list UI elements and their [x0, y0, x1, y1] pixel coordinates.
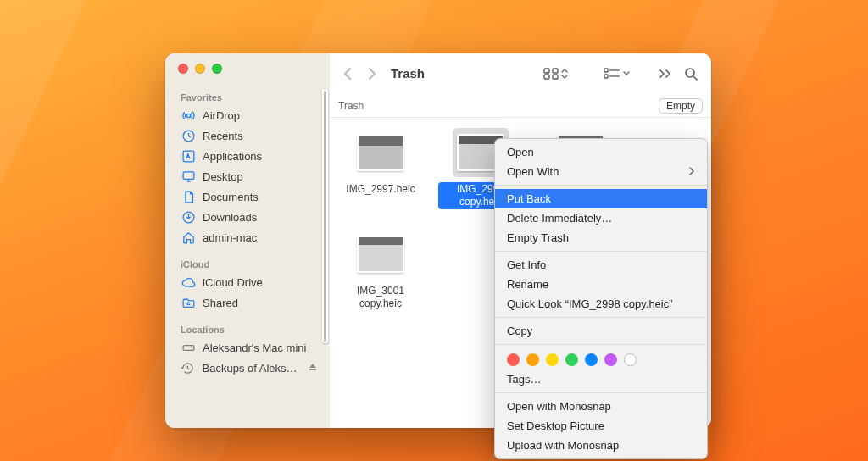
back-button[interactable]: [338, 62, 357, 86]
svg-rect-11: [553, 75, 558, 79]
context-menu-item[interactable]: Rename: [495, 275, 707, 294]
file-item[interactable]: IMG_2997.heic: [338, 128, 423, 209]
context-menu-item[interactable]: Put Back: [495, 189, 707, 208]
scrollbar-thumb[interactable]: [322, 89, 328, 343]
zoom-icon[interactable]: [212, 64, 222, 74]
window-controls: [165, 53, 330, 82]
tag-color-dot[interactable]: [526, 353, 539, 366]
context-menu-separator: [495, 344, 707, 345]
context-menu-item[interactable]: Upload with Monosnap: [495, 436, 707, 455]
sidebar-item[interactable]: admin-mac: [165, 227, 330, 247]
recents-icon: [181, 128, 196, 143]
context-menu-item-label: Empty Trash: [507, 231, 569, 244]
sidebar-section-header: iCloud: [165, 256, 330, 272]
context-menu-separator: [495, 185, 707, 186]
toolbar: Trash: [330, 53, 711, 94]
tag-color-dot[interactable]: [546, 353, 559, 366]
applications-icon: [181, 148, 196, 164]
context-menu-item-label: Put Back: [507, 192, 551, 205]
context-menu-item-label: Upload with Monosnap: [507, 439, 619, 452]
view-icons-button[interactable]: [540, 64, 571, 83]
icloud-drive-icon: [181, 275, 196, 290]
sidebar-item[interactable]: AirDrop: [165, 105, 330, 125]
search-button[interactable]: [681, 64, 701, 84]
sidebar-item-label: Shared: [203, 297, 238, 309]
context-menu-item[interactable]: Set Desktop Picture: [495, 416, 707, 436]
empty-trash-button[interactable]: Empty: [659, 98, 703, 114]
context-menu-item[interactable]: Get Info: [495, 255, 707, 275]
context-menu-separator: [495, 251, 707, 252]
desktop-icon: [181, 169, 196, 184]
context-menu-separator: [495, 317, 707, 318]
sidebar-item-label: Applications: [203, 150, 262, 163]
context-menu-item[interactable]: Tags…: [495, 369, 707, 389]
svg-line-17: [693, 76, 697, 80]
sidebar-item[interactable]: Documents: [165, 186, 330, 207]
context-menu-item[interactable]: Open: [495, 142, 707, 162]
tag-color-dot[interactable]: [604, 353, 617, 366]
documents-icon: [181, 189, 196, 204]
sidebar-item[interactable]: Recents: [165, 125, 330, 146]
sidebar-item[interactable]: Downloads: [165, 207, 330, 227]
context-menu-item[interactable]: Open with Monosnap: [495, 397, 707, 416]
svg-rect-14: [604, 75, 608, 78]
sidebar-section-header: Locations: [165, 321, 330, 337]
close-icon[interactable]: [178, 64, 188, 74]
context-menu-tags-row: [495, 348, 707, 369]
sidebar-item-label: Documents: [203, 191, 259, 203]
tag-color-dot[interactable]: [585, 353, 598, 366]
sidebar-item-label: iCloud Drive: [203, 276, 263, 289]
tag-color-dot[interactable]: [565, 353, 578, 366]
sidebar-item[interactable]: Shared: [165, 292, 330, 313]
context-menu-item[interactable]: Open With: [495, 162, 707, 181]
sidebar-item[interactable]: Applications: [165, 146, 330, 166]
sidebar-item[interactable]: iCloud Drive: [165, 272, 330, 292]
eject-icon[interactable]: [308, 362, 318, 375]
sidebar: Favorites AirDrop Recents Applications D…: [165, 53, 330, 428]
window-title: Trash: [391, 66, 425, 81]
path-bar: Trash Empty: [330, 94, 711, 118]
svg-rect-7: [309, 369, 316, 370]
context-menu-item[interactable]: Empty Trash: [495, 228, 707, 247]
context-menu-item[interactable]: Delete Immediately…: [495, 208, 707, 228]
svg-rect-8: [544, 69, 549, 73]
breadcrumb[interactable]: Trash: [338, 100, 364, 112]
context-menu-item[interactable]: Quick Look “IMG_2998 copy.heic”: [495, 294, 707, 314]
chevron-expand-icon: [561, 69, 568, 79]
tag-color-none[interactable]: [624, 353, 637, 366]
svg-point-0: [186, 114, 190, 117]
context-menu-item-label: Get Info: [507, 258, 546, 271]
context-menu-item-label: Quick Look “IMG_2998 copy.heic”: [507, 297, 673, 310]
svg-rect-12: [604, 69, 608, 72]
context-menu-separator: [495, 392, 707, 393]
forward-button[interactable]: [362, 62, 381, 86]
sidebar-item-label: Aleksandr's Mac mini: [203, 342, 306, 354]
svg-rect-3: [183, 171, 194, 179]
sidebar-item[interactable]: Desktop: [165, 166, 330, 186]
home-icon: [181, 230, 196, 245]
file-thumbnail-wrap: [353, 230, 409, 279]
context-menu-item-label: Open With: [507, 165, 559, 178]
group-by-button[interactable]: [600, 64, 633, 83]
sidebar-item[interactable]: Backups of Aleksa…: [165, 358, 330, 378]
context-menu-item[interactable]: Copy: [495, 321, 707, 341]
context-menu-item-label: Tags…: [507, 373, 541, 386]
context-menu-item-label: Copy: [507, 325, 532, 337]
tag-color-dot[interactable]: [507, 353, 520, 366]
sidebar-item-label: Recents: [203, 130, 243, 142]
context-menu-item-label: Open with Monosnap: [507, 400, 611, 413]
toolbar-overflow-button[interactable]: [655, 66, 676, 81]
file-item[interactable]: IMG_3001 copy.heic: [338, 230, 423, 311]
svg-point-5: [187, 302, 190, 304]
chevron-right-icon: [689, 166, 695, 178]
sidebar-item-label: admin-mac: [203, 231, 257, 244]
sidebar-item[interactable]: Aleksandr's Mac mini: [165, 337, 330, 358]
sidebar-item-label: AirDrop: [203, 109, 240, 122]
minimize-icon[interactable]: [195, 64, 205, 74]
sidebar-scrollbar[interactable]: [322, 87, 328, 409]
file-thumbnail: [357, 134, 404, 171]
context-menu-item-label: Set Desktop Picture: [507, 419, 604, 432]
file-thumbnail: [357, 236, 404, 273]
file-name-label: IMG_3001 copy.heic: [338, 284, 423, 311]
context-menu-item-label: Open: [507, 146, 534, 158]
